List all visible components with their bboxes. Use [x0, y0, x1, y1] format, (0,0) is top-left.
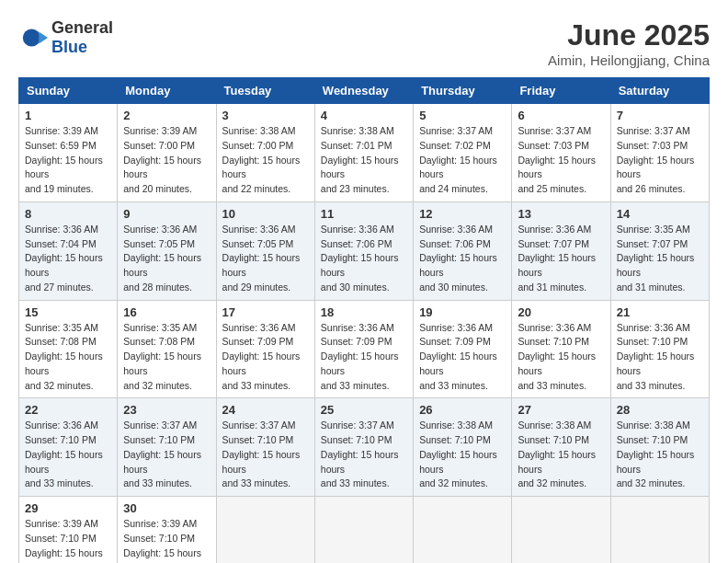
day-info: Sunrise: 3:39 AMSunset: 7:00 PMDaylight:…: [123, 124, 210, 197]
day-number: 14: [617, 207, 703, 221]
calendar-cell: 7Sunrise: 3:37 AMSunset: 7:03 PMDaylight…: [610, 104, 709, 202]
calendar-cell: [216, 497, 314, 564]
col-header-saturday: Saturday: [610, 78, 709, 104]
calendar-cell: 13Sunrise: 3:36 AMSunset: 7:07 PMDayligh…: [512, 201, 610, 300]
calendar-cell: 28Sunrise: 3:38 AMSunset: 7:10 PMDayligh…: [610, 398, 709, 497]
day-number: 7: [617, 109, 703, 122]
calendar-cell: 27Sunrise: 3:38 AMSunset: 7:10 PMDayligh…: [512, 398, 610, 497]
day-number: 17: [222, 305, 309, 319]
calendar-table: SundayMondayTuesdayWednesdayThursdayFrid…: [18, 77, 710, 563]
calendar-cell: 21Sunrise: 3:36 AMSunset: 7:10 PMDayligh…: [610, 300, 709, 398]
day-info: Sunrise: 3:38 AMSunset: 7:10 PMDaylight:…: [518, 419, 604, 491]
col-header-tuesday: Tuesday: [216, 78, 314, 104]
calendar-cell: 15Sunrise: 3:35 AMSunset: 7:08 PMDayligh…: [19, 300, 118, 398]
logo: General Blue: [18, 18, 113, 57]
day-number: 23: [123, 403, 210, 417]
svg-point-0: [23, 29, 40, 46]
col-header-thursday: Thursday: [414, 78, 512, 104]
calendar-cell: 18Sunrise: 3:36 AMSunset: 7:09 PMDayligh…: [314, 300, 413, 398]
day-info: Sunrise: 3:37 AMSunset: 7:10 PMDaylight:…: [123, 419, 210, 491]
day-info: Sunrise: 3:36 AMSunset: 7:09 PMDaylight:…: [321, 321, 407, 394]
calendar-cell: 24Sunrise: 3:37 AMSunset: 7:10 PMDayligh…: [216, 398, 314, 497]
calendar-cell: 2Sunrise: 3:39 AMSunset: 7:00 PMDaylight…: [118, 104, 216, 202]
calendar-cell: 11Sunrise: 3:36 AMSunset: 7:06 PMDayligh…: [314, 201, 413, 300]
header: General Blue June 2025 Aimin, Heilongjia…: [18, 18, 710, 68]
logo-general: General: [51, 18, 113, 37]
day-number: 5: [419, 109, 506, 122]
calendar-cell: 26Sunrise: 3:38 AMSunset: 7:10 PMDayligh…: [414, 398, 512, 497]
day-info: Sunrise: 3:36 AMSunset: 7:05 PMDaylight:…: [222, 223, 309, 295]
day-info: Sunrise: 3:36 AMSunset: 7:10 PMDaylight:…: [25, 419, 111, 491]
calendar-cell: 23Sunrise: 3:37 AMSunset: 7:10 PMDayligh…: [118, 398, 216, 497]
day-number: 9: [123, 207, 210, 221]
calendar-cell: [512, 497, 610, 564]
day-number: 22: [25, 403, 111, 417]
day-info: Sunrise: 3:37 AMSunset: 7:10 PMDaylight:…: [321, 419, 407, 491]
calendar-cell: 16Sunrise: 3:35 AMSunset: 7:08 PMDayligh…: [118, 300, 216, 398]
week-row-2: 8Sunrise: 3:36 AMSunset: 7:04 PMDaylight…: [19, 201, 710, 300]
day-number: 30: [123, 501, 210, 515]
calendar-cell: 1Sunrise: 3:39 AMSunset: 6:59 PMDaylight…: [19, 104, 118, 202]
day-info: Sunrise: 3:39 AMSunset: 7:10 PMDaylight:…: [123, 517, 210, 563]
day-info: Sunrise: 3:36 AMSunset: 7:07 PMDaylight:…: [518, 223, 604, 295]
calendar-cell: 4Sunrise: 3:38 AMSunset: 7:01 PMDaylight…: [314, 104, 413, 202]
day-number: 28: [617, 403, 703, 417]
calendar-cell: 30Sunrise: 3:39 AMSunset: 7:10 PMDayligh…: [118, 497, 216, 564]
calendar-cell: 12Sunrise: 3:36 AMSunset: 7:06 PMDayligh…: [414, 201, 512, 300]
calendar-cell: 17Sunrise: 3:36 AMSunset: 7:09 PMDayligh…: [216, 300, 314, 398]
calendar-cell: 29Sunrise: 3:39 AMSunset: 7:10 PMDayligh…: [19, 497, 118, 564]
day-number: 10: [222, 207, 309, 221]
day-number: 2: [123, 109, 210, 122]
logo-icon: [18, 23, 48, 52]
calendar-cell: [610, 497, 709, 564]
day-info: Sunrise: 3:35 AMSunset: 7:08 PMDaylight:…: [123, 321, 210, 394]
day-info: Sunrise: 3:39 AMSunset: 6:59 PMDaylight:…: [25, 124, 111, 197]
calendar-cell: [314, 497, 413, 564]
day-number: 27: [518, 403, 604, 417]
day-number: 3: [222, 109, 309, 122]
calendar-cell: 10Sunrise: 3:36 AMSunset: 7:05 PMDayligh…: [216, 201, 314, 300]
week-row-3: 15Sunrise: 3:35 AMSunset: 7:08 PMDayligh…: [19, 300, 710, 398]
day-number: 16: [123, 305, 210, 319]
day-info: Sunrise: 3:36 AMSunset: 7:10 PMDaylight:…: [518, 321, 604, 394]
calendar-cell: 22Sunrise: 3:36 AMSunset: 7:10 PMDayligh…: [19, 398, 118, 497]
day-info: Sunrise: 3:37 AMSunset: 7:10 PMDaylight:…: [222, 419, 309, 491]
week-row-1: 1Sunrise: 3:39 AMSunset: 6:59 PMDaylight…: [19, 104, 710, 202]
day-info: Sunrise: 3:37 AMSunset: 7:03 PMDaylight:…: [518, 124, 604, 197]
day-info: Sunrise: 3:36 AMSunset: 7:10 PMDaylight:…: [617, 321, 703, 394]
day-number: 8: [25, 207, 111, 221]
day-info: Sunrise: 3:37 AMSunset: 7:03 PMDaylight:…: [617, 124, 703, 197]
calendar-cell: 6Sunrise: 3:37 AMSunset: 7:03 PMDaylight…: [512, 104, 610, 202]
day-number: 29: [25, 501, 111, 515]
col-header-sunday: Sunday: [19, 78, 118, 104]
col-header-wednesday: Wednesday: [314, 78, 413, 104]
col-header-friday: Friday: [512, 78, 610, 104]
day-number: 15: [25, 305, 111, 319]
day-number: 24: [222, 403, 309, 417]
day-number: 20: [518, 305, 604, 319]
calendar-cell: 20Sunrise: 3:36 AMSunset: 7:10 PMDayligh…: [512, 300, 610, 398]
day-info: Sunrise: 3:38 AMSunset: 7:10 PMDaylight:…: [617, 419, 703, 491]
calendar-cell: 3Sunrise: 3:38 AMSunset: 7:00 PMDaylight…: [216, 104, 314, 202]
day-number: 18: [321, 305, 407, 319]
calendar-cell: 8Sunrise: 3:36 AMSunset: 7:04 PMDaylight…: [19, 201, 118, 300]
month-title: June 2025: [548, 18, 710, 52]
calendar-cell: 14Sunrise: 3:35 AMSunset: 7:07 PMDayligh…: [610, 201, 709, 300]
calendar-cell: 9Sunrise: 3:36 AMSunset: 7:05 PMDaylight…: [118, 201, 216, 300]
day-info: Sunrise: 3:38 AMSunset: 7:01 PMDaylight:…: [321, 124, 407, 197]
day-info: Sunrise: 3:37 AMSunset: 7:02 PMDaylight:…: [419, 124, 506, 197]
day-info: Sunrise: 3:36 AMSunset: 7:04 PMDaylight:…: [25, 223, 111, 295]
day-info: Sunrise: 3:36 AMSunset: 7:09 PMDaylight:…: [222, 321, 309, 394]
col-header-monday: Monday: [118, 78, 216, 104]
day-info: Sunrise: 3:36 AMSunset: 7:05 PMDaylight:…: [123, 223, 210, 295]
day-info: Sunrise: 3:36 AMSunset: 7:09 PMDaylight:…: [419, 321, 506, 394]
day-number: 19: [419, 305, 506, 319]
day-number: 25: [321, 403, 407, 417]
logo-blue: Blue: [51, 38, 87, 56]
day-number: 21: [617, 305, 703, 319]
calendar-cell: [414, 497, 512, 564]
svg-marker-1: [39, 32, 48, 44]
day-info: Sunrise: 3:36 AMSunset: 7:06 PMDaylight:…: [321, 223, 407, 295]
day-info: Sunrise: 3:38 AMSunset: 7:10 PMDaylight:…: [419, 419, 506, 491]
day-number: 13: [518, 207, 604, 221]
